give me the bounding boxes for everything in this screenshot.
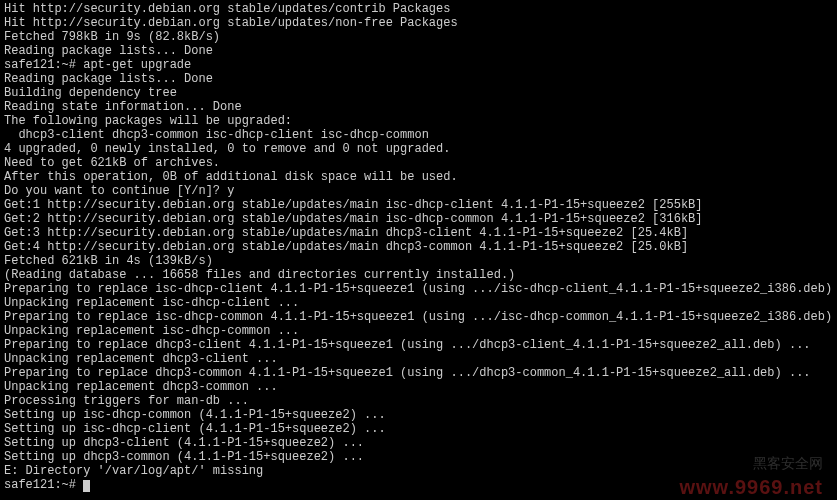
terminal-line: Unpacking replacement isc-dhcp-common ..… <box>4 324 833 338</box>
terminal-line: 4 upgraded, 0 newly installed, 0 to remo… <box>4 142 833 156</box>
terminal-output: Hit http://security.debian.org stable/up… <box>4 2 833 478</box>
terminal-line: Get:4 http://security.debian.org stable/… <box>4 240 833 254</box>
terminal-line: Reading package lists... Done <box>4 44 833 58</box>
terminal-line: (Reading database ... 16658 files and di… <box>4 268 833 282</box>
terminal-line: Hit http://security.debian.org stable/up… <box>4 16 833 30</box>
terminal-line: Setting up dhcp3-client (4.1.1-P1-15+squ… <box>4 436 833 450</box>
terminal-line: Get:2 http://security.debian.org stable/… <box>4 212 833 226</box>
terminal-line: Get:3 http://security.debian.org stable/… <box>4 226 833 240</box>
terminal-line: Setting up isc-dhcp-common (4.1.1-P1-15+… <box>4 408 833 422</box>
terminal-line: The following packages will be upgraded: <box>4 114 833 128</box>
terminal-line: Setting up isc-dhcp-client (4.1.1-P1-15+… <box>4 422 833 436</box>
terminal-line: Get:1 http://security.debian.org stable/… <box>4 198 833 212</box>
shell-prompt: safe121:~# <box>4 478 83 492</box>
terminal-line: Hit http://security.debian.org stable/up… <box>4 2 833 16</box>
terminal-prompt-line[interactable]: safe121:~# <box>4 478 833 492</box>
terminal-line: Fetched 798kB in 9s (82.8kB/s) <box>4 30 833 44</box>
terminal-line: Processing triggers for man-db ... <box>4 394 833 408</box>
terminal-line: Preparing to replace isc-dhcp-common 4.1… <box>4 310 833 324</box>
terminal-line: Preparing to replace dhcp3-client 4.1.1-… <box>4 338 833 352</box>
cursor-icon <box>83 480 90 492</box>
terminal-line: dhcp3-client dhcp3-common isc-dhcp-clien… <box>4 128 833 142</box>
terminal-line: Do you want to continue [Y/n]? y <box>4 184 833 198</box>
terminal-line: Preparing to replace dhcp3-common 4.1.1-… <box>4 366 833 380</box>
terminal-line: After this operation, 0B of additional d… <box>4 170 833 184</box>
terminal-line: Fetched 621kB in 4s (139kB/s) <box>4 254 833 268</box>
terminal-line: Setting up dhcp3-common (4.1.1-P1-15+squ… <box>4 450 833 464</box>
terminal-line: Reading package lists... Done <box>4 72 833 86</box>
terminal-line: Preparing to replace isc-dhcp-client 4.1… <box>4 282 833 296</box>
terminal-line: Building dependency tree <box>4 86 833 100</box>
terminal-line: Reading state information... Done <box>4 100 833 114</box>
terminal-line: Unpacking replacement dhcp3-client ... <box>4 352 833 366</box>
terminal-line: Unpacking replacement dhcp3-common ... <box>4 380 833 394</box>
terminal-line: E: Directory '/var/log/apt/' missing <box>4 464 833 478</box>
terminal-line: Unpacking replacement isc-dhcp-client ..… <box>4 296 833 310</box>
terminal-line: Need to get 621kB of archives. <box>4 156 833 170</box>
terminal-line: safe121:~# apt-get upgrade <box>4 58 833 72</box>
